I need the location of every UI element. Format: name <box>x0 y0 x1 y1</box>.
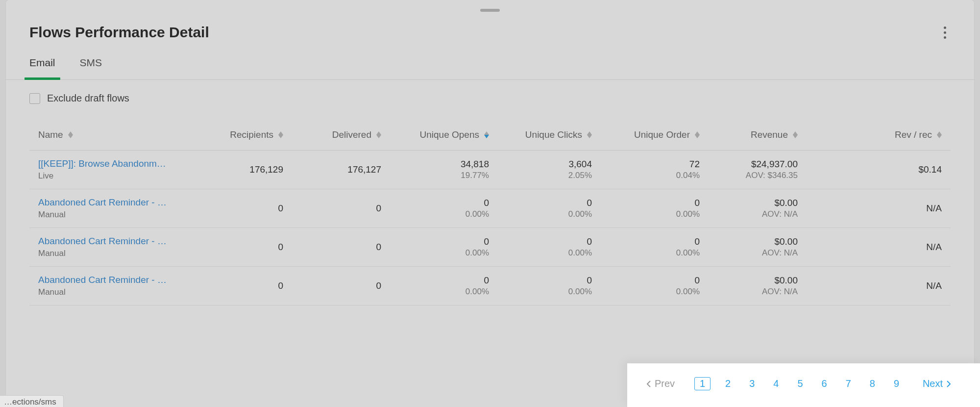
svg-marker-9 <box>587 135 592 138</box>
pagination-next[interactable]: Next <box>923 378 951 389</box>
col-unique-opens[interactable]: Unique Opens <box>381 129 489 140</box>
col-delivered[interactable]: Delivered <box>283 129 381 140</box>
pagination-page-3[interactable]: 3 <box>745 377 759 390</box>
flow-name-link[interactable]: Abandoned Cart Reminder - … <box>38 197 185 208</box>
col-name[interactable]: Name <box>38 129 200 140</box>
cell-recipients: 0 <box>200 203 283 214</box>
svg-marker-14 <box>937 131 942 135</box>
cell-rev-per-rec: N/A <box>798 203 942 214</box>
pagination-page-1[interactable]: 1 <box>694 377 710 390</box>
col-unique-order-label: Unique Order <box>634 129 690 140</box>
sort-icon-active <box>484 131 489 138</box>
col-rev-per-rec[interactable]: Rev / rec <box>798 129 942 140</box>
tab-sms[interactable]: SMS <box>80 57 102 79</box>
col-revenue-label: Revenue <box>751 129 788 140</box>
pagination-numbers: 123456789 <box>694 377 903 390</box>
svg-marker-10 <box>695 131 700 135</box>
more-menu-button[interactable] <box>939 23 951 42</box>
cell-rev-per-rec: N/A <box>798 242 942 253</box>
kebab-dot-icon <box>944 26 946 29</box>
table-header: Name Recipients Delivered <box>29 124 951 151</box>
cell-recipients: 0 <box>200 242 283 253</box>
table-row: Abandoned Cart Reminder - … Manual 0 0 0… <box>29 267 951 305</box>
cell-rev-per-rec: $0.14 <box>798 164 942 175</box>
kebab-dot-icon <box>944 31 946 34</box>
cell-delivered: 0 <box>283 280 381 291</box>
cell-delivered: 0 <box>283 203 381 214</box>
kebab-dot-icon <box>944 36 946 39</box>
pagination-page-8[interactable]: 8 <box>866 377 879 390</box>
cell-revenue: $24,937.00AOV: $346.35 <box>700 159 798 180</box>
flow-status: Live <box>38 171 200 181</box>
page-title: Flows Performance Detail <box>29 24 209 41</box>
col-unique-opens-label: Unique Opens <box>420 129 479 140</box>
flow-name-link[interactable]: Abandoned Cart Reminder - … <box>38 236 185 247</box>
sort-icon <box>278 131 283 138</box>
table-row: Abandoned Cart Reminder - … Manual 0 0 0… <box>29 228 951 267</box>
table-row: [[KEEP]]: Browse Abandonm… Live 176,129 … <box>29 151 951 189</box>
pagination-page-2[interactable]: 2 <box>721 377 735 390</box>
cell-unique-order: 00.00% <box>592 236 700 258</box>
cell-unique-order: 720.04% <box>592 159 700 180</box>
svg-marker-2 <box>278 131 283 135</box>
pagination-page-4[interactable]: 4 <box>769 377 783 390</box>
sort-icon <box>793 131 798 138</box>
sort-icon <box>937 131 942 138</box>
tabs: Email SMS <box>6 42 974 80</box>
sort-icon <box>587 131 592 138</box>
col-name-label: Name <box>38 129 63 140</box>
col-recipients[interactable]: Recipients <box>200 129 283 140</box>
sort-icon <box>376 131 381 138</box>
drag-handle[interactable] <box>480 9 500 12</box>
pagination-next-label: Next <box>923 378 943 389</box>
col-unique-clicks[interactable]: Unique Clicks <box>489 129 592 140</box>
pagination-prev-label: Prev <box>655 378 675 389</box>
cell-unique-opens: 34,81819.77% <box>381 159 489 180</box>
flow-name-link[interactable]: Abandoned Cart Reminder - … <box>38 275 185 285</box>
cell-recipients: 0 <box>200 280 283 291</box>
col-delivered-label: Delivered <box>332 129 371 140</box>
svg-marker-3 <box>278 135 283 138</box>
pagination-page-6[interactable]: 6 <box>818 377 831 390</box>
cell-rev-per-rec: N/A <box>798 280 942 291</box>
tab-email[interactable]: Email <box>29 57 55 79</box>
svg-marker-13 <box>793 135 798 138</box>
cell-revenue: $0.00AOV: N/A <box>700 198 798 219</box>
svg-marker-15 <box>937 135 942 138</box>
pagination: Prev 123456789 Next <box>627 363 980 407</box>
cell-unique-opens: 00.00% <box>381 275 489 297</box>
col-revenue[interactable]: Revenue <box>700 129 798 140</box>
cell-unique-clicks: 3,6042.05% <box>489 159 592 180</box>
pagination-page-5[interactable]: 5 <box>793 377 807 390</box>
flow-status: Manual <box>38 287 200 297</box>
col-rev-per-rec-label: Rev / rec <box>895 129 932 140</box>
cell-unique-order: 00.00% <box>592 275 700 297</box>
chevron-left-icon <box>647 381 651 387</box>
flow-name-link[interactable]: [[KEEP]]: Browse Abandonm… <box>38 158 185 169</box>
cell-delivered: 176,127 <box>283 164 381 175</box>
svg-marker-12 <box>793 131 798 135</box>
exclude-draft-checkbox[interactable] <box>29 93 40 104</box>
sort-icon <box>695 131 700 138</box>
flows-table: Name Recipients Delivered <box>29 124 951 305</box>
cell-revenue: $0.00AOV: N/A <box>700 236 798 258</box>
browser-status-bar: …ections/sms <box>0 395 64 407</box>
pagination-prev[interactable]: Prev <box>647 378 675 389</box>
pagination-page-7[interactable]: 7 <box>842 377 855 390</box>
col-recipients-label: Recipients <box>230 129 273 140</box>
sort-icon <box>68 131 73 138</box>
svg-marker-8 <box>587 131 592 135</box>
cell-unique-clicks: 00.00% <box>489 236 592 258</box>
pagination-page-9[interactable]: 9 <box>890 377 903 390</box>
svg-marker-5 <box>376 135 381 138</box>
col-unique-clicks-label: Unique Clicks <box>525 129 582 140</box>
chevron-right-icon <box>947 381 951 387</box>
flow-status: Manual <box>38 210 200 220</box>
cell-revenue: $0.00AOV: N/A <box>700 275 798 297</box>
cell-delivered: 0 <box>283 242 381 253</box>
flow-status: Manual <box>38 249 200 258</box>
panel: Flows Performance Detail Email SMS Exclu… <box>6 0 974 407</box>
svg-marker-1 <box>68 135 73 138</box>
cell-unique-opens: 00.00% <box>381 198 489 219</box>
col-unique-order[interactable]: Unique Order <box>592 129 700 140</box>
